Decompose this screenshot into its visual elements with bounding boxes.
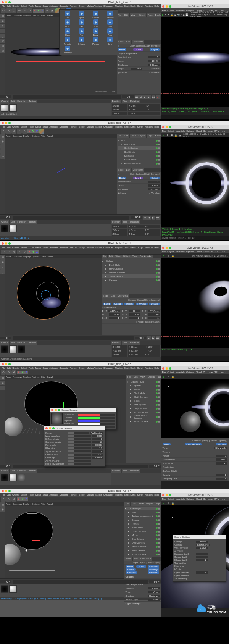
menu-item[interactable]: Compare — [203, 371, 213, 373]
restart-icon[interactable]: ⟳ — [162, 133, 165, 137]
attr-field[interactable]: Factor100 % — [117, 184, 161, 187]
object-manager[interactable]: FileEditViewObjectTagsBookmarks ▸Null▸Bl… — [117, 134, 161, 214]
menu-item[interactable]: Window — [145, 5, 153, 7]
menu-item[interactable]: Options — [186, 498, 194, 500]
axis-mode-icon[interactable]: ✦ — [0, 24, 5, 28]
menu-item[interactable]: Filter — [41, 503, 46, 505]
tree-item[interactable]: ▸Planet — [127, 387, 160, 391]
tree-item[interactable]: ▸DispCamera — [127, 407, 160, 410]
menu-item[interactable]: Tools — [29, 5, 34, 7]
camera-icon[interactable]: 📷 — [177, 13, 180, 16]
tree-item[interactable]: ▸Octane Camera — [102, 271, 160, 274]
menu-item[interactable]: Script — [137, 494, 143, 496]
menu-item[interactable]: Create — [0, 100, 9, 103]
menu-item[interactable]: View — [137, 502, 145, 506]
menu-item[interactable]: Create — [12, 5, 19, 7]
rotate-icon[interactable]: ⟳ — [27, 8, 32, 13]
minimize-icon[interactable] — [166, 5, 168, 8]
menu-item[interactable]: Select — [21, 126, 27, 128]
tree-item[interactable]: ▸Extra Camera — [127, 420, 160, 423]
menu-item[interactable]: Help — [221, 250, 225, 253]
menu-item[interactable]: Window — [145, 367, 153, 369]
star-sphere[interactable] — [17, 266, 70, 320]
menu-item[interactable]: Snap — [42, 246, 48, 249]
menu-item[interactable]: Rotation — [129, 100, 140, 103]
menu-item[interactable]: Cloud — [196, 498, 202, 500]
attr-tabs[interactable]: ModeEditUser Data — [117, 40, 161, 44]
material-swatch[interactable] — [1, 104, 8, 112]
axis-toggle[interactable]: X Y Z — [33, 9, 44, 13]
tree-item[interactable]: ▸Cloth Surface — [125, 529, 160, 533]
menu-item[interactable]: Help — [154, 246, 159, 249]
tree-item[interactable]: ▸Black Hole — [118, 142, 160, 146]
menu-item[interactable]: Edit — [7, 494, 11, 496]
attr-type[interactable]: ◉ Linear ○ Variable — [117, 71, 161, 74]
undo-icon[interactable]: ↶ — [1, 129, 6, 134]
menu-item[interactable]: Render — [70, 367, 77, 369]
scale-icon[interactable]: ⤢ — [17, 129, 22, 134]
c4d-menubar[interactable]: FileEditCreateSelectToolsMeshSnapAnimate… — [0, 4, 161, 8]
settings-row[interactable]: Caustic blur0.01 — [45, 453, 103, 456]
material-swatch[interactable] — [1, 225, 8, 232]
palette-item[interactable]: ◆Pyramid — [61, 37, 74, 45]
attr-btns[interactable]: Basic Coord. Object — [117, 48, 161, 52]
menu-item[interactable]: Cloud — [196, 130, 202, 132]
menu-item[interactable]: Character — [103, 246, 113, 249]
menu-item[interactable]: File — [162, 250, 166, 253]
menu-item[interactable]: Create — [12, 246, 19, 249]
settings-row[interactable]: Alpha channel — [45, 459, 103, 462]
menu-item[interactable]: Select — [21, 246, 27, 249]
palette-item[interactable]: ◆Spline — [75, 11, 88, 19]
menu-item[interactable]: File — [162, 9, 166, 11]
menu-item[interactable]: Object — [167, 250, 174, 253]
menu-item[interactable]: GPU — [214, 130, 219, 132]
menu-item[interactable]: Cameras — [13, 255, 22, 258]
minimize-icon[interactable] — [5, 1, 7, 3]
save-icon[interactable]: 💾 — [185, 13, 188, 16]
record-icon[interactable]: ● — [156, 95, 160, 99]
menu-item[interactable]: Display — [23, 255, 31, 258]
menu-item[interactable]: Options — [32, 255, 40, 258]
menu-item[interactable]: Create — [0, 469, 9, 473]
menu-item[interactable]: Object — [145, 502, 154, 506]
menu-item[interactable]: Character — [103, 494, 113, 496]
menu-item[interactable]: User Data — [139, 557, 152, 561]
redo-icon[interactable]: ↷ — [6, 8, 11, 13]
tree-item[interactable]: ▸Sphere — [127, 384, 160, 387]
menu-item[interactable]: Display — [23, 376, 31, 378]
material-manager[interactable]: CreateEditFunctionTexture — [0, 220, 111, 236]
menu-item[interactable]: Object — [122, 255, 131, 258]
menu-item[interactable]: Filter — [41, 376, 46, 378]
tree-item[interactable]: ▸MayaCamera — [102, 267, 160, 271]
menu-item[interactable]: Options — [186, 371, 194, 373]
menu-item[interactable]: Mesh — [35, 5, 41, 7]
menu-item[interactable]: Edit — [7, 126, 11, 128]
menu-item[interactable]: Edit — [10, 341, 16, 345]
menu-item[interactable]: View — [6, 135, 11, 137]
menu-item[interactable]: Object — [167, 130, 174, 132]
menu-item[interactable]: Edit — [133, 557, 139, 561]
menu-item[interactable]: Object — [167, 371, 174, 373]
menu-item[interactable]: Position — [111, 220, 121, 224]
menu-item[interactable]: View — [130, 134, 137, 138]
menu-item[interactable]: Panel — [47, 503, 53, 505]
right-panel[interactable]: FileEditViewObjectTagsBookmarks ▸Galaxy▸… — [102, 255, 161, 335]
menu-item[interactable]: Cloud — [196, 371, 202, 373]
menu-item[interactable]: Black Earth — [124, 246, 136, 249]
select-icon[interactable]: ⬚ — [11, 8, 16, 13]
menu-item[interactable]: Compare — [203, 498, 213, 500]
menu-item[interactable]: Object — [147, 375, 156, 379]
menu-item[interactable]: Function — [16, 469, 27, 473]
menu-item[interactable]: Options — [32, 14, 40, 16]
texture-mode-icon[interactable]: ▨ — [0, 44, 5, 48]
tree-item[interactable]: ▸Striations — [118, 154, 160, 158]
menu-item[interactable]: Cameras — [13, 503, 22, 505]
menu-item[interactable]: File — [124, 502, 131, 506]
menu-item[interactable]: Help — [221, 498, 225, 500]
zoom-icon[interactable] — [8, 122, 11, 124]
menu-item[interactable]: Motion Tracker — [87, 126, 102, 128]
coord-manager[interactable]: PositionSizeRotation X 0 cmX 0 cmH 0° Y … — [111, 100, 161, 116]
menu-item[interactable]: Edit — [108, 255, 114, 258]
menu-item[interactable]: Options — [32, 135, 40, 137]
object-manager[interactable] — [117, 17, 161, 40]
